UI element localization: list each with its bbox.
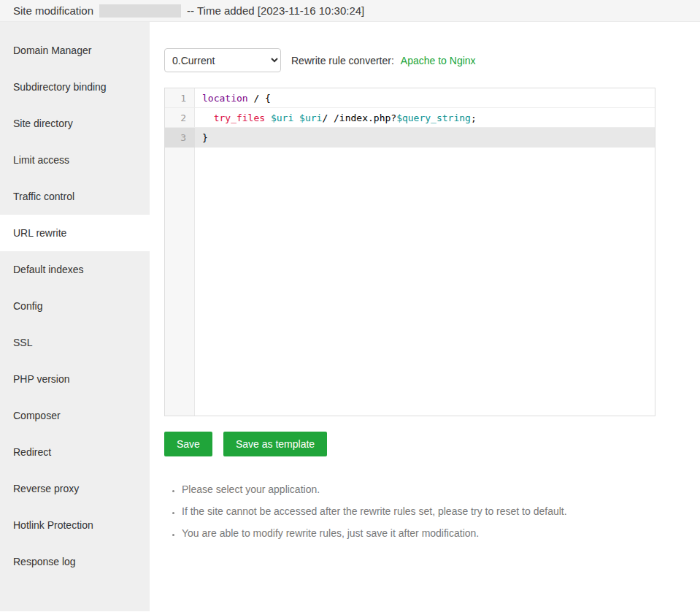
sidebar-item-default-indexes[interactable]: Default indexes	[0, 251, 150, 288]
sidebar-item-subdirectory-binding[interactable]: Subdirectory binding	[0, 69, 150, 105]
sidebar-item-config[interactable]: Config	[0, 288, 150, 324]
sidebar: Domain ManagerSubdirectory bindingSite d…	[0, 22, 150, 611]
code-text: location / {	[195, 88, 271, 107]
code-text: try_files $uri $uri/ /index.php?$query_s…	[195, 108, 477, 127]
save-as-template-button[interactable]: Save as template	[223, 432, 327, 456]
sidebar-item-domain-manager[interactable]: Domain Manager	[0, 32, 150, 69]
code-editor[interactable]: 1location / {2 try_files $uri $uri/ /ind…	[164, 88, 655, 416]
page-title: Site modification	[13, 4, 93, 17]
code-line[interactable]: 3}	[165, 128, 655, 148]
line-number: 2	[165, 108, 195, 127]
code-text: }	[195, 128, 208, 148]
window-titlebar: Site modification -- Time added [2023-11…	[0, 0, 700, 22]
line-number: 3	[165, 128, 195, 148]
notes-list: Please select your application.If the si…	[164, 478, 700, 544]
sidebar-item-limit-access[interactable]: Limit access	[0, 142, 150, 178]
rewrite-toolbar: 0.Current Rewrite rule converter: Apache…	[164, 48, 700, 72]
sidebar-item-site-directory[interactable]: Site directory	[0, 105, 150, 142]
preset-select[interactable]: 0.Current	[164, 48, 281, 72]
apache-to-nginx-link[interactable]: Apache to Nginx	[401, 55, 476, 66]
sidebar-item-reverse-proxy[interactable]: Reverse proxy	[0, 470, 150, 507]
note-item: Please select your application.	[182, 478, 700, 500]
sidebar-item-traffic-control[interactable]: Traffic control	[0, 178, 150, 215]
note-item: If the site cannot be accessed after the…	[182, 500, 700, 522]
sidebar-item-response-log[interactable]: Response log	[0, 543, 150, 580]
note-item: You are able to modify rewrite rules, ju…	[182, 522, 700, 544]
main-content: 0.Current Rewrite rule converter: Apache…	[150, 22, 700, 611]
sidebar-item-hotlink-protection[interactable]: Hotlink Protection	[0, 507, 150, 543]
code-line[interactable]: 2 try_files $uri $uri/ /index.php?$query…	[165, 108, 655, 128]
sidebar-item-composer[interactable]: Composer	[0, 397, 150, 434]
code-rows: 1location / {2 try_files $uri $uri/ /ind…	[165, 88, 655, 148]
converter-label: Rewrite rule converter:	[291, 55, 394, 66]
time-added-label: -- Time added [2023-11-16 10:30:24]	[187, 4, 364, 17]
sidebar-item-php-version[interactable]: PHP version	[0, 361, 150, 397]
save-button[interactable]: Save	[164, 432, 212, 456]
notes-section: Please select your application.If the si…	[164, 478, 700, 544]
sidebar-item-redirect[interactable]: Redirect	[0, 434, 150, 470]
line-number: 1	[165, 88, 195, 107]
redacted-site-name	[99, 4, 181, 18]
action-buttons: Save Save as template	[164, 432, 700, 456]
sidebar-item-url-rewrite[interactable]: URL rewrite	[0, 215, 150, 251]
code-line[interactable]: 1location / {	[165, 88, 655, 108]
sidebar-item-ssl[interactable]: SSL	[0, 324, 150, 361]
